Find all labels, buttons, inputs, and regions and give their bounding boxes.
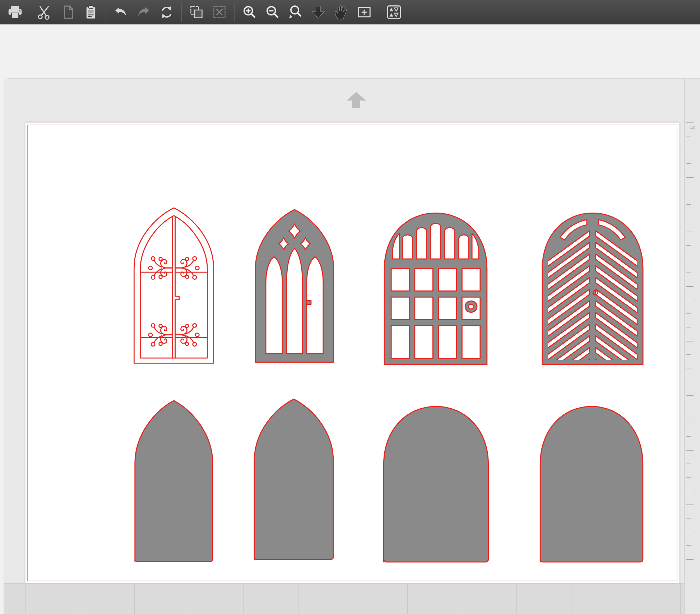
rotate-button[interactable]: [155, 1, 178, 23]
canvas-panel: 12: [4, 78, 700, 614]
grid-line: [134, 583, 135, 614]
canvas-shape-gothic-arch-solid-2[interactable]: [249, 394, 339, 563]
mat-grid: [4, 583, 684, 614]
canvas-shape-arched-door-grid[interactable]: [379, 208, 492, 368]
zoom-in-button[interactable]: [238, 1, 261, 23]
canvas-shape-arched-door-chevron[interactable]: [537, 208, 648, 368]
vertical-ruler: 12: [684, 79, 700, 614]
magnifier-plus-icon: [241, 4, 258, 20]
ruler-tick: [686, 491, 691, 491]
ruler-tick: [686, 341, 694, 341]
zoom-selection-button[interactable]: [284, 1, 307, 23]
fit-to-window-button[interactable]: [353, 1, 376, 23]
arched-door-grid-graphic: [379, 208, 492, 368]
ruler-tick: [686, 368, 691, 368]
ruler-tick: [686, 191, 691, 191]
scroll-up-arrow[interactable]: [345, 91, 367, 109]
ruler-tick: [686, 436, 691, 437]
main-toolbar: [0, 0, 700, 24]
round-arch-solid-graphic: [378, 401, 494, 566]
gothic-arch-solid-graphic: [249, 394, 339, 563]
move-down-button[interactable]: [307, 1, 330, 23]
ruler-tick: [686, 532, 691, 532]
up-arrow-icon: [345, 91, 367, 109]
canvas-shape-gothic-door-ornate[interactable]: [130, 204, 218, 367]
hand-icon: [333, 4, 349, 20]
grid-line: [407, 583, 408, 614]
zoom-out-button[interactable]: [261, 1, 284, 23]
ruler-tick: [686, 218, 691, 218]
grid-line: [80, 583, 80, 614]
fit-window-icon: [356, 4, 372, 20]
ruler-tick: [686, 409, 691, 409]
ruler-tick: [686, 354, 691, 355]
toolbar-divider: [106, 3, 106, 22]
grid-line: [353, 583, 353, 614]
magnifier-select-icon: [287, 4, 303, 20]
ruler-tick: [686, 382, 691, 382]
grid-line: [244, 583, 244, 614]
print-button[interactable]: [4, 1, 27, 23]
ruler-tick: [686, 423, 691, 423]
canvas-shape-gothic-door-tracery[interactable]: [251, 205, 338, 366]
duplicate-button[interactable]: [185, 1, 208, 23]
ruler-tick: [686, 327, 691, 327]
ruler-tick: [686, 245, 691, 246]
round-arch-solid-graphic: [535, 401, 648, 566]
overlapping-squares-icon: [188, 4, 205, 20]
ruler-tick: [686, 136, 691, 136]
canvas-shape-round-arch-solid-2[interactable]: [535, 401, 648, 566]
ruler-tick: [686, 518, 691, 518]
arched-door-chevron-graphic: [537, 208, 648, 368]
ruler-tick: [686, 286, 694, 287]
ruler-label: 12: [690, 125, 695, 130]
printer-icon: [7, 4, 23, 20]
grid-line: [462, 583, 462, 614]
redo-button[interactable]: [132, 1, 155, 23]
gothic-door-ornate-graphic: [130, 204, 218, 367]
ruler-tick: [686, 232, 694, 232]
ruler-tick: [686, 163, 691, 164]
gothic-arch-solid-graphic: [130, 396, 218, 565]
workspace: 12: [0, 25, 700, 614]
ruler-tick: [686, 573, 691, 573]
toolbar-divider: [379, 3, 379, 22]
shape-tools-button[interactable]: [383, 1, 405, 23]
paste-button[interactable]: [79, 1, 102, 23]
ruler-tick: [686, 313, 691, 314]
triangles-grid-icon: [386, 4, 402, 20]
ruler-tick: [686, 450, 694, 451]
pan-button[interactable]: [330, 1, 353, 23]
grid-line: [516, 583, 517, 614]
toolbar-divider: [181, 3, 182, 22]
canvas-shape-gothic-arch-solid-1[interactable]: [130, 396, 218, 565]
ruler-tick: [686, 204, 691, 205]
mat-page[interactable]: [25, 122, 680, 583]
grid-line: [571, 583, 571, 614]
ruler-tick: [686, 559, 694, 560]
clipboard-icon: [83, 4, 99, 20]
ruler-tick: [686, 177, 694, 178]
clear-selection-button[interactable]: [208, 1, 231, 23]
grid-line: [680, 583, 681, 614]
copy-button[interactable]: [56, 1, 79, 23]
grid-line: [626, 583, 626, 614]
grid-line: [189, 583, 189, 614]
redo-arrow-icon: [135, 4, 152, 20]
ruler-tick: [686, 464, 691, 464]
ruler-tick: [686, 150, 691, 150]
undo-button[interactable]: [109, 1, 132, 23]
ruler-tick: [686, 504, 694, 505]
ruler-tick: [686, 122, 694, 123]
ruler-tick: [686, 300, 691, 300]
ruler-tick: [686, 477, 691, 478]
ruler-tick: [686, 259, 691, 259]
grid-line: [298, 583, 298, 614]
rotate-arrows-icon: [158, 4, 175, 20]
cut-button[interactable]: [33, 1, 56, 23]
canvas-shape-round-arch-solid-1[interactable]: [378, 401, 494, 566]
toolbar-divider: [234, 3, 235, 22]
ruler-tick: [686, 273, 691, 273]
copy-page-icon: [60, 4, 76, 20]
grid-line: [25, 583, 26, 614]
